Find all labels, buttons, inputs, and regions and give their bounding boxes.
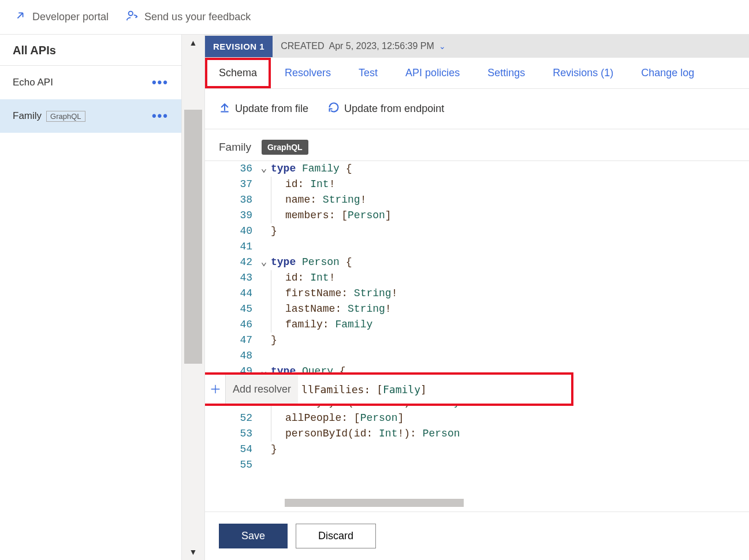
editor-line[interactable]: 46family: Family: [205, 317, 749, 333]
plus-icon[interactable]: [205, 375, 226, 404]
line-number: 39: [205, 208, 257, 223]
save-button[interactable]: Save: [219, 524, 288, 548]
more-icon[interactable]: •••: [152, 75, 169, 90]
fold-icon: [257, 442, 271, 457]
fold-icon: [257, 426, 271, 442]
fold-icon: [257, 317, 271, 333]
revision-created[interactable]: CREATED Apr 5, 2023, 12:56:39 PM ⌄: [273, 41, 454, 51]
code-content[interactable]: lastName: String!: [271, 301, 392, 317]
editor-line[interactable]: 55: [205, 457, 749, 473]
fold-icon: [257, 286, 271, 301]
horizontal-scrollbar[interactable]: [285, 499, 464, 507]
editor-line[interactable]: 42⌄type Person {: [205, 255, 749, 270]
api-item-tag: GraphQL: [46, 111, 85, 122]
line-number: 48: [205, 348, 257, 364]
add-resolver-code: llFamilies: [Family]: [298, 383, 427, 395]
created-label: CREATED: [281, 41, 324, 51]
api-title: Family: [219, 141, 251, 154]
fold-icon: [257, 301, 271, 317]
line-number: 44: [205, 286, 257, 301]
tab-schema[interactable]: Schema: [205, 58, 271, 88]
line-number: 37: [205, 177, 257, 192]
schema-actions: Update from file Update from endpoint: [205, 89, 749, 129]
tab-test[interactable]: Test: [345, 58, 392, 88]
code-content[interactable]: allPeople: [Person]: [271, 410, 404, 426]
sidebar-scrollbar[interactable]: ▲ ▼: [182, 35, 205, 560]
code-content[interactable]: firstName: String!: [271, 286, 397, 301]
editor-line[interactable]: 44firstName: String!: [205, 286, 749, 301]
feedback-link[interactable]: Send us your feedback: [126, 9, 251, 25]
code-content[interactable]: }: [271, 442, 277, 457]
code-content[interactable]: personById(id: Int!): Person: [271, 426, 460, 442]
created-value: Apr 5, 2023, 12:56:39 PM: [329, 41, 434, 51]
editor-line[interactable]: 48: [205, 348, 749, 364]
line-number: 47: [205, 333, 257, 348]
add-resolver-popup[interactable]: Add resolver llFamilies: [Family]: [205, 375, 571, 404]
update-from-endpoint-button[interactable]: Update from endpoint: [328, 102, 444, 116]
code-content[interactable]: id: Int!: [271, 270, 335, 286]
update-from-endpoint-label: Update from endpoint: [344, 103, 444, 115]
editor-line[interactable]: 36⌄type Family {: [205, 161, 749, 177]
code-content[interactable]: id: Int!: [271, 177, 335, 192]
sidebar-header: All APIs: [0, 35, 181, 66]
editor-line[interactable]: 40}: [205, 223, 749, 239]
line-number: 46: [205, 317, 257, 333]
update-from-file-button[interactable]: Update from file: [219, 102, 308, 116]
editor-line[interactable]: 53personById(id: Int!): Person: [205, 426, 749, 442]
editor-line[interactable]: 54}: [205, 442, 749, 457]
scroll-down-icon[interactable]: ▼: [189, 547, 198, 557]
add-resolver-label: Add resolver: [226, 375, 298, 404]
code-content[interactable]: type Family {: [271, 161, 352, 177]
editor-line[interactable]: 45lastName: String!: [205, 301, 749, 317]
tab-resolvers[interactable]: Resolvers: [271, 58, 345, 88]
scroll-up-icon[interactable]: ▲: [189, 38, 198, 47]
api-item[interactable]: Echo API•••: [0, 66, 181, 99]
line-number: 40: [205, 223, 257, 239]
fold-icon: [257, 333, 271, 348]
line-number: 54: [205, 442, 257, 457]
update-from-file-label: Update from file: [235, 103, 308, 115]
top-bar: Developer portal Send us your feedback: [0, 0, 749, 35]
editor-line[interactable]: 41: [205, 239, 749, 255]
api-item-name: Family: [13, 110, 42, 122]
schema-editor[interactable]: 36⌄type Family {37id: Int!38name: String…: [205, 160, 749, 512]
feedback-label: Send us your feedback: [144, 11, 251, 23]
tab-settings[interactable]: Settings: [474, 58, 539, 88]
line-number: 53: [205, 426, 257, 442]
api-item-name: Echo API: [13, 77, 53, 88]
tab-bar: Schema Resolvers Test API policies Setti…: [205, 58, 749, 89]
scroll-thumb[interactable]: [184, 110, 202, 364]
fold-icon: [257, 223, 271, 239]
svg-point-1: [129, 12, 133, 16]
more-icon[interactable]: •••: [152, 109, 169, 124]
editor-line[interactable]: 37id: Int!: [205, 177, 749, 192]
fold-icon[interactable]: ⌄: [257, 255, 271, 270]
fold-icon[interactable]: ⌄: [257, 161, 271, 177]
editor-line[interactable]: 38name: String!: [205, 192, 749, 208]
code-content[interactable]: name: String!: [271, 192, 366, 208]
editor-line[interactable]: 39members: [Person]: [205, 208, 749, 223]
line-number: 45: [205, 301, 257, 317]
code-content[interactable]: }: [271, 333, 277, 348]
editor-line[interactable]: 47}: [205, 333, 749, 348]
code-content[interactable]: family: Family: [271, 317, 372, 333]
external-link-icon: [14, 9, 27, 25]
code-content[interactable]: members: [Person]: [271, 208, 392, 223]
editor-line[interactable]: 52allPeople: [Person]: [205, 410, 749, 426]
refresh-icon: [328, 102, 340, 116]
tab-changelog[interactable]: Change log: [627, 58, 708, 88]
discard-button[interactable]: Discard: [296, 524, 376, 548]
api-item[interactable]: FamilyGraphQL•••: [0, 99, 181, 133]
fold-icon: [257, 270, 271, 286]
developer-portal-label: Developer portal: [32, 11, 109, 23]
line-number: 55: [205, 457, 257, 473]
code-content[interactable]: }: [271, 223, 277, 239]
developer-portal-link[interactable]: Developer portal: [14, 9, 109, 25]
revision-bar: REVISION 1 CREATED Apr 5, 2023, 12:56:39…: [205, 35, 749, 58]
editor-line[interactable]: 43id: Int!: [205, 270, 749, 286]
graphql-badge: GraphQL: [262, 140, 308, 155]
tab-revisions[interactable]: Revisions (1): [539, 58, 627, 88]
code-content[interactable]: type Person {: [271, 255, 352, 270]
line-number: 42: [205, 255, 257, 270]
tab-api-policies[interactable]: API policies: [392, 58, 474, 88]
